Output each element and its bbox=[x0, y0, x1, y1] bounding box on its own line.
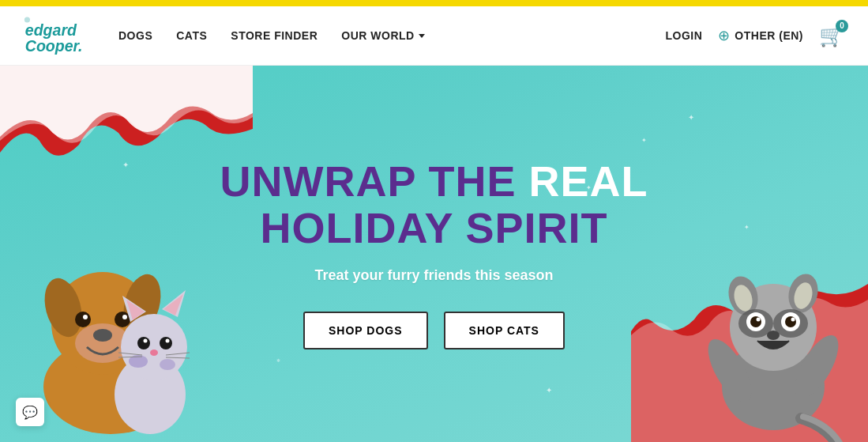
hero-subtitle: Treat your furry friends this season bbox=[220, 267, 648, 284]
svg-point-40 bbox=[750, 316, 761, 327]
shop-cats-button[interactable]: SHOP CATS bbox=[444, 312, 565, 349]
deco-star-6: ✦ bbox=[546, 386, 552, 395]
shop-dogs-button[interactable]: SHOP DOGS bbox=[303, 312, 428, 349]
hero-title: UNWRAP THE REAL HOLIDAY SPIRIT bbox=[220, 158, 648, 252]
svg-point-25 bbox=[160, 359, 175, 370]
raccoon-illustration bbox=[686, 205, 860, 442]
hero-title-line2: HOLIDAY SPIRIT bbox=[220, 205, 648, 251]
svg-point-9 bbox=[75, 312, 91, 327]
svg-point-20 bbox=[160, 337, 172, 349]
svg-point-12 bbox=[122, 315, 127, 319]
svg-point-23 bbox=[150, 349, 158, 356]
cart-badge: 0 bbox=[836, 20, 848, 32]
svg-point-19 bbox=[137, 337, 150, 349]
svg-point-22 bbox=[166, 339, 170, 343]
navbar: edgard Cooper. DOGS CATS STORE FINDER OU… bbox=[0, 6, 868, 66]
chat-icon: 💬 bbox=[22, 405, 38, 420]
svg-point-8 bbox=[93, 329, 112, 342]
globe-icon: ⊕ bbox=[718, 27, 730, 44]
svg-point-2 bbox=[24, 17, 30, 22]
nav-right: LOGIN ⊕ OTHER (EN) 🛒 0 bbox=[665, 24, 844, 48]
hero-title-real: REAL bbox=[529, 157, 648, 205]
svg-point-21 bbox=[144, 339, 148, 343]
login-button[interactable]: LOGIN bbox=[665, 29, 702, 42]
logo[interactable]: edgard Cooper. bbox=[24, 16, 87, 55]
svg-point-43 bbox=[791, 318, 795, 322]
language-selector[interactable]: ⊕ OTHER (EN) bbox=[718, 27, 803, 44]
chat-bubble[interactable]: 💬 bbox=[16, 398, 44, 426]
hero-title-line1-start: UNWRAP THE bbox=[220, 157, 528, 205]
nav-links: DOGS CATS STORE FINDER OUR WORLD bbox=[118, 29, 665, 42]
deco-star-2: ✦ bbox=[641, 137, 647, 144]
hero-buttons: SHOP DOGS SHOP CATS bbox=[220, 312, 648, 349]
language-label: OTHER (EN) bbox=[735, 29, 803, 42]
svg-point-44 bbox=[767, 331, 780, 340]
dog-cat-illustration bbox=[16, 165, 221, 442]
svg-point-11 bbox=[83, 315, 88, 319]
deco-snowflake-1: ❄ bbox=[276, 357, 280, 363]
svg-text:Cooper.: Cooper. bbox=[25, 37, 83, 55]
nav-store-finder[interactable]: STORE FINDER bbox=[231, 29, 318, 42]
hero-section: ✦ ✦ ✦ ✦ ✦ ✦ ✦ ❄ bbox=[0, 66, 868, 442]
nav-dogs[interactable]: DOGS bbox=[118, 29, 152, 42]
hero-content: UNWRAP THE REAL HOLIDAY SPIRIT Treat you… bbox=[220, 158, 648, 350]
svg-point-42 bbox=[757, 318, 761, 322]
top-bar bbox=[0, 0, 868, 6]
svg-point-41 bbox=[785, 316, 796, 327]
deco-star-3: ✦ bbox=[688, 113, 694, 122]
chevron-down-icon bbox=[419, 34, 425, 38]
svg-point-14 bbox=[121, 314, 187, 380]
cart-button[interactable]: 🛒 0 bbox=[819, 24, 844, 48]
nav-our-world[interactable]: OUR WORLD bbox=[341, 29, 424, 42]
nav-cats[interactable]: CATS bbox=[176, 29, 207, 42]
